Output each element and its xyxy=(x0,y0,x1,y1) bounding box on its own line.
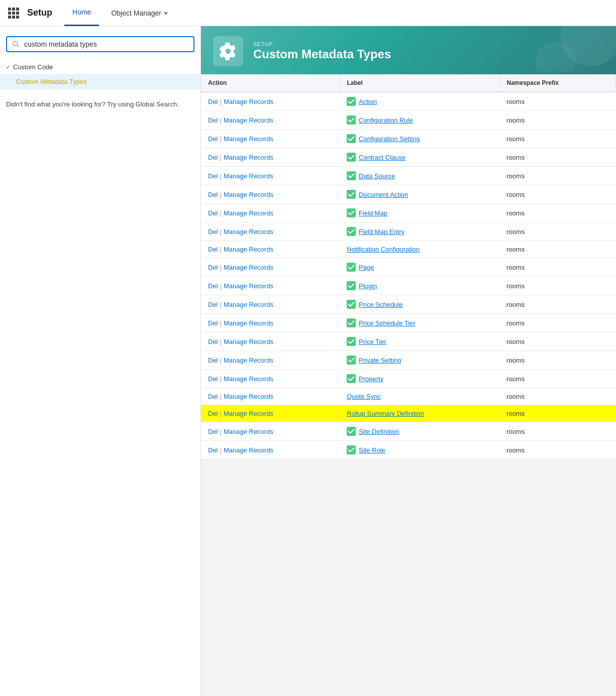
table-row: Del|Manage RecordsSite Rolerooms xyxy=(201,441,616,459)
deployed-icon xyxy=(347,190,356,199)
separator: | xyxy=(220,301,222,308)
manage-records-link[interactable]: Manage Records xyxy=(224,393,273,400)
label-cell: Price Tier xyxy=(340,332,499,351)
manage-records-link[interactable]: Manage Records xyxy=(224,246,273,253)
namespace-cell: rooms xyxy=(499,370,615,388)
manage-records-link[interactable]: Manage Records xyxy=(224,338,273,345)
del-link[interactable]: Del xyxy=(208,375,218,383)
table-row: Del|Manage RecordsField Map Entryrooms xyxy=(201,222,616,241)
manage-records-link[interactable]: Manage Records xyxy=(224,135,273,143)
label-cell: Configuration Setting xyxy=(340,130,499,148)
manage-records-link[interactable]: Manage Records xyxy=(224,172,273,180)
del-link[interactable]: Del xyxy=(208,117,218,124)
manage-records-link[interactable]: Manage Records xyxy=(224,191,273,198)
label-link[interactable]: Contract Clause xyxy=(359,154,405,161)
action-cell: Del|Manage Records xyxy=(201,92,340,111)
deployed-icon xyxy=(347,445,356,454)
manage-records-link[interactable]: Manage Records xyxy=(224,301,273,308)
label-link[interactable]: Property xyxy=(359,375,383,383)
label-link[interactable]: Notification Configuration xyxy=(347,246,420,253)
label-link[interactable]: Private Setting xyxy=(359,357,401,364)
manage-records-link[interactable]: Manage Records xyxy=(224,282,273,290)
label-link[interactable]: Document Action xyxy=(359,191,408,198)
label-link[interactable]: Page xyxy=(359,264,374,271)
label-link[interactable]: Rollup Summary Definition xyxy=(347,410,424,417)
main-content: SETUP Custom Metadata Types Action Label… xyxy=(201,26,616,696)
label-link[interactable]: Field Map xyxy=(359,209,387,217)
sidebar-item-custom-metadata-types[interactable]: Custom Metadata Types xyxy=(0,74,200,89)
manage-records-link[interactable]: Manage Records xyxy=(224,446,273,454)
label-cell: Plugin xyxy=(340,277,499,295)
namespace-cell: rooms xyxy=(499,277,615,295)
del-link[interactable]: Del xyxy=(208,264,218,271)
label-link[interactable]: Configuration Rule xyxy=(359,117,413,124)
manage-records-link[interactable]: Manage Records xyxy=(224,357,273,364)
label-link[interactable]: Quote Sync xyxy=(347,393,381,400)
label-cell: Quote Sync xyxy=(340,388,499,405)
separator: | xyxy=(220,172,222,180)
del-link[interactable]: Del xyxy=(208,428,218,435)
namespace-cell: rooms xyxy=(499,167,615,185)
del-link[interactable]: Del xyxy=(208,172,218,180)
action-cell: Del|Manage Records xyxy=(201,241,340,258)
manage-records-link[interactable]: Manage Records xyxy=(224,117,273,124)
del-link[interactable]: Del xyxy=(208,282,218,290)
manage-records-link[interactable]: Manage Records xyxy=(224,319,273,327)
tab-object-manager[interactable]: Object Manager xyxy=(103,0,176,26)
del-link[interactable]: Del xyxy=(208,393,218,400)
manage-records-link[interactable]: Manage Records xyxy=(224,264,273,271)
label-cell: Field Map Entry xyxy=(340,222,499,241)
manage-records-link[interactable]: Manage Records xyxy=(224,228,273,236)
label-cell: Site Definition xyxy=(340,422,499,441)
label-cell: Price Schedule xyxy=(340,295,499,314)
table-row: Del|Manage RecordsSite Definitionrooms xyxy=(201,422,616,441)
action-cell: Del|Manage Records xyxy=(201,222,340,241)
label-link[interactable]: Price Tier xyxy=(359,338,386,345)
label-link[interactable]: Action xyxy=(359,98,377,105)
label-link[interactable]: Price Schedule xyxy=(359,301,402,308)
separator: | xyxy=(220,154,222,161)
del-link[interactable]: Del xyxy=(208,338,218,345)
manage-records-link[interactable]: Manage Records xyxy=(224,154,273,161)
label-link[interactable]: Field Map Entry xyxy=(359,228,404,236)
namespace-cell: rooms xyxy=(499,111,615,130)
del-link[interactable]: Del xyxy=(208,191,218,198)
deployed-icon xyxy=(347,115,356,125)
label-link[interactable]: Configuration Setting xyxy=(359,135,420,143)
label-link[interactable]: Site Role xyxy=(359,446,385,454)
table-row: Del|Manage RecordsConfiguration Settingr… xyxy=(201,130,616,148)
deployed-icon xyxy=(347,97,356,106)
label-cell: Private Setting xyxy=(340,351,499,370)
label-link[interactable]: Price Schedule Tier xyxy=(359,319,416,327)
gear-icon xyxy=(219,42,237,60)
del-link[interactable]: Del xyxy=(208,446,218,454)
tab-home[interactable]: Home xyxy=(64,0,99,26)
del-link[interactable]: Del xyxy=(208,246,218,253)
del-link[interactable]: Del xyxy=(208,319,218,327)
app-launcher-icon[interactable] xyxy=(8,8,19,19)
del-link[interactable]: Del xyxy=(208,135,218,143)
del-link[interactable]: Del xyxy=(208,357,218,364)
manage-records-link[interactable]: Manage Records xyxy=(224,410,273,417)
del-link[interactable]: Del xyxy=(208,301,218,308)
del-link[interactable]: Del xyxy=(208,410,218,417)
del-link[interactable]: Del xyxy=(208,228,218,236)
label-link[interactable]: Plugin xyxy=(359,282,377,290)
del-link[interactable]: Del xyxy=(208,154,218,161)
namespace-cell: rooms xyxy=(499,422,615,441)
action-cell: Del|Manage Records xyxy=(201,388,340,405)
manage-records-link[interactable]: Manage Records xyxy=(224,428,273,435)
deployed-icon xyxy=(347,171,356,180)
deployed-icon xyxy=(347,337,356,346)
search-input[interactable] xyxy=(24,40,188,48)
label-link[interactable]: Site Definition xyxy=(359,428,399,435)
sidebar-section-header[interactable]: ✓ Custom Code xyxy=(0,60,200,74)
del-link[interactable]: Del xyxy=(208,98,218,105)
manage-records-link[interactable]: Manage Records xyxy=(224,209,273,217)
manage-records-link[interactable]: Manage Records xyxy=(224,375,273,383)
label-link[interactable]: Data Source xyxy=(359,172,395,180)
del-link[interactable]: Del xyxy=(208,209,218,217)
manage-records-link[interactable]: Manage Records xyxy=(224,98,273,105)
table-row: Del|Manage RecordsConfiguration Ruleroom… xyxy=(201,111,616,130)
deployed-icon xyxy=(347,263,356,272)
